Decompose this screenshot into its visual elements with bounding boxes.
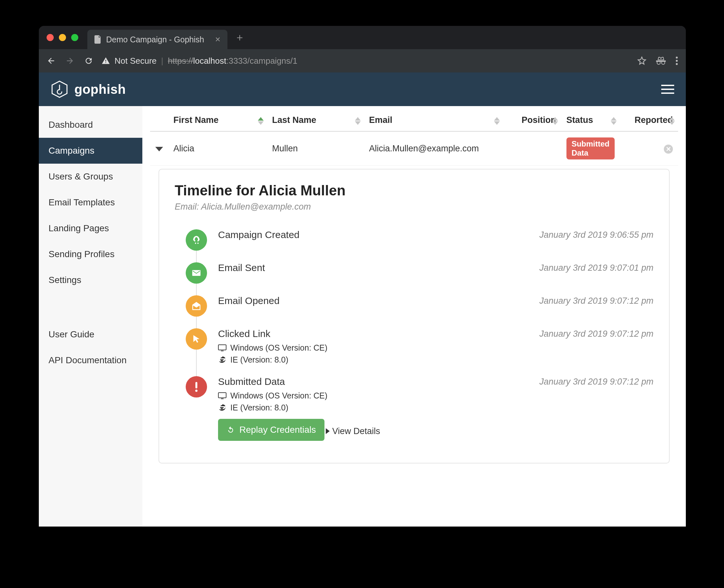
panel-subtitle: Email: Alicia.Mullen@example.com xyxy=(175,202,654,212)
close-tab-icon[interactable]: × xyxy=(215,34,220,45)
svg-point-8 xyxy=(195,390,198,392)
panel-title: Timeline for Alicia Mullen xyxy=(175,183,654,198)
cell-email: Alicia.Mullen@example.com xyxy=(364,131,503,166)
browser-tabbar: Demo Campaign - Gophish × ＋ xyxy=(39,26,686,49)
status-badge: Submitted Data xyxy=(566,138,615,160)
event-title: Submitted Data xyxy=(218,376,285,387)
event-time: January 3rd 2019 9:07:12 pm xyxy=(539,329,654,339)
browser-tab[interactable]: Demo Campaign - Gophish × xyxy=(87,30,227,49)
event-browser: IE (Version: 8.0) xyxy=(230,355,288,364)
col-email[interactable]: Email xyxy=(364,111,503,131)
svg-rect-10 xyxy=(221,398,224,399)
event-title: Clicked Link xyxy=(218,328,270,339)
col-status[interactable]: Status xyxy=(561,111,620,131)
event-os: Windows (OS Version: CE) xyxy=(230,343,327,353)
col-first-name[interactable]: First Name xyxy=(168,111,267,131)
tab-title: Demo Campaign - Gophish xyxy=(106,35,204,44)
svg-rect-5 xyxy=(219,345,226,350)
cell-position xyxy=(503,131,561,166)
refresh-icon xyxy=(226,426,235,434)
col-last-name[interactable]: Last Name xyxy=(267,111,364,131)
minimize-window-button[interactable] xyxy=(59,34,66,41)
event-title: Email Sent xyxy=(218,262,265,273)
envelope-icon xyxy=(186,262,207,284)
event-time: January 3rd 2019 9:07:12 pm xyxy=(539,296,654,306)
event-title: Campaign Created xyxy=(218,229,299,240)
col-reported[interactable]: Reported xyxy=(620,111,678,131)
svg-point-2 xyxy=(676,63,678,65)
page-icon xyxy=(95,35,102,44)
svg-rect-7 xyxy=(195,382,197,388)
svg-point-0 xyxy=(676,57,678,59)
url-text: https://localhost:3333/campaigns/1 xyxy=(168,56,297,66)
event-title: Email Opened xyxy=(218,295,280,306)
sidebar-item-email-templates[interactable]: Email Templates xyxy=(39,190,142,215)
delete-row-icon[interactable]: ✕ xyxy=(664,145,673,154)
sidebar-item-campaigns[interactable]: Campaigns xyxy=(39,138,142,164)
app-header: gophish xyxy=(39,72,686,106)
desktop-icon xyxy=(218,344,226,352)
desktop-icon xyxy=(218,392,226,399)
timeline-event: Email Opened January 3rd 2019 9:07:12 pm xyxy=(175,290,654,322)
browser-ie-icon xyxy=(218,404,226,412)
timeline-event: Email Sent January 3rd 2019 9:07:01 pm xyxy=(175,256,654,290)
star-icon[interactable] xyxy=(637,56,646,65)
incognito-icon[interactable] xyxy=(656,57,666,65)
browser-ie-icon xyxy=(218,356,226,364)
security-label: Not Secure xyxy=(115,56,157,66)
sidebar-item-dashboard[interactable]: Dashboard xyxy=(39,112,142,138)
event-time: January 3rd 2019 9:07:01 pm xyxy=(539,263,654,273)
event-browser: IE (Version: 8.0) xyxy=(230,403,288,412)
window-controls xyxy=(47,34,78,41)
table-row[interactable]: Alicia Mullen Alicia.Mullen@example.com … xyxy=(150,131,678,166)
rocket-icon xyxy=(186,229,207,251)
sidebar-item-settings[interactable]: Settings xyxy=(39,267,142,293)
sidebar-item-landing-pages[interactable]: Landing Pages xyxy=(39,215,142,241)
forward-button[interactable] xyxy=(65,56,75,65)
event-os: Windows (OS Version: CE) xyxy=(230,391,327,400)
logo[interactable]: gophish xyxy=(50,80,126,98)
main-content: First Name Last Name Email Position Stat… xyxy=(142,106,686,527)
warning-icon xyxy=(102,57,110,65)
sidebar-item-api-docs[interactable]: API Documentation xyxy=(39,348,142,373)
svg-rect-9 xyxy=(219,393,226,398)
new-tab-button[interactable]: ＋ xyxy=(234,30,245,45)
replay-credentials-button[interactable]: Replay Credentials xyxy=(218,419,325,441)
caret-right-icon xyxy=(326,428,330,434)
svg-rect-6 xyxy=(221,351,224,351)
expand-row-icon[interactable] xyxy=(155,147,163,151)
brand-text: gophish xyxy=(75,82,126,97)
envelope-open-icon xyxy=(186,295,207,317)
pointer-icon xyxy=(186,328,207,350)
cell-last-name: Mullen xyxy=(267,131,364,166)
close-window-button[interactable] xyxy=(47,34,54,41)
timeline: Campaign Created January 3rd 2019 9:06:5… xyxy=(175,224,654,447)
event-time: January 3rd 2019 9:07:12 pm xyxy=(539,377,654,387)
reload-button[interactable] xyxy=(84,56,93,65)
view-details-toggle[interactable]: View Details xyxy=(326,426,380,436)
timeline-event: Campaign Created January 3rd 2019 9:06:5… xyxy=(175,224,654,256)
col-position[interactable]: Position xyxy=(503,111,561,131)
sidebar-item-sending-profiles[interactable]: Sending Profiles xyxy=(39,241,142,267)
sidebar: Dashboard Campaigns Users & Groups Email… xyxy=(39,106,142,527)
maximize-window-button[interactable] xyxy=(71,34,78,41)
kebab-menu-icon[interactable] xyxy=(676,56,678,65)
exclaim-icon xyxy=(186,376,207,398)
browser-address-bar: Not Secure | https://localhost:3333/camp… xyxy=(39,49,686,72)
timeline-panel: Timeline for Alicia Mullen Email: Alicia… xyxy=(159,169,670,463)
timeline-event: Clicked Link January 3rd 2019 9:07:12 pm… xyxy=(175,322,654,370)
event-time: January 3rd 2019 9:06:55 pm xyxy=(539,230,654,240)
svg-point-1 xyxy=(676,60,678,62)
back-button[interactable] xyxy=(47,56,56,65)
results-table: First Name Last Name Email Position Stat… xyxy=(150,111,678,166)
url-box[interactable]: Not Secure | https://localhost:3333/camp… xyxy=(102,56,629,66)
browser-window: Demo Campaign - Gophish × ＋ Not Secure |… xyxy=(39,26,686,527)
sidebar-item-user-guide[interactable]: User Guide xyxy=(39,321,142,348)
timeline-event: Submitted Data January 3rd 2019 9:07:12 … xyxy=(175,370,654,447)
sidebar-item-users-groups[interactable]: Users & Groups xyxy=(39,164,142,190)
cell-first-name: Alicia xyxy=(168,131,267,166)
menu-button[interactable] xyxy=(661,85,674,94)
logo-icon xyxy=(50,80,68,98)
